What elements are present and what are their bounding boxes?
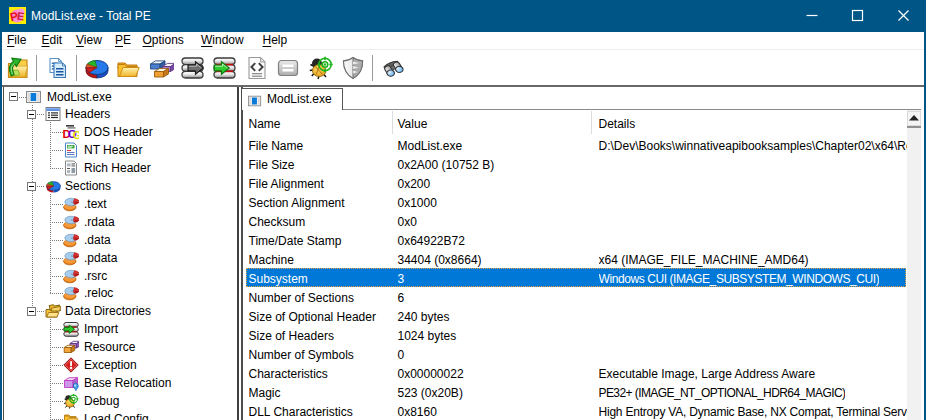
svg-text:G: G [73, 129, 79, 141]
